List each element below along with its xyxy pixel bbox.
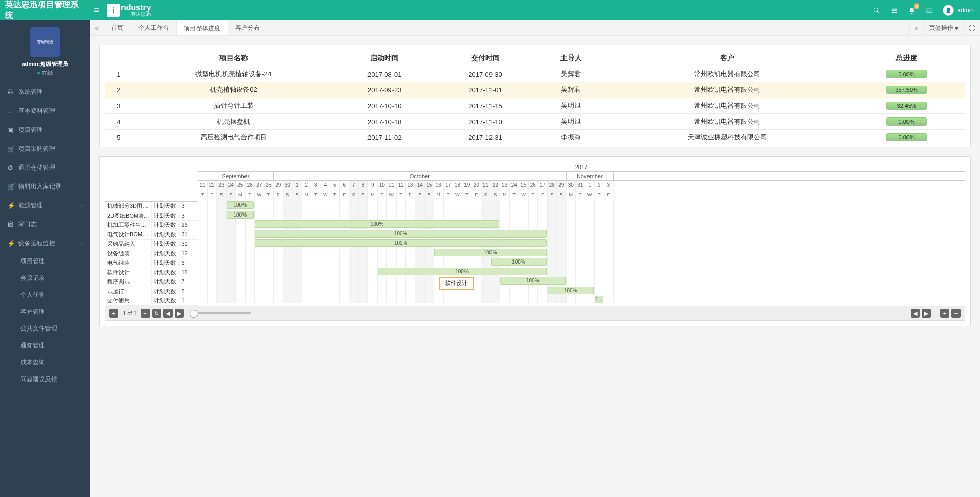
logo: i ndustry 英达思迅 <box>107 4 151 17</box>
avatar: 👤 <box>943 5 954 16</box>
top-header: 英达思迅项目管理系统 ≡ i ndustry 英达思迅 0 👤 admin <box>0 0 980 20</box>
list-icon[interactable] <box>891 6 898 14</box>
app-title: 英达思迅项目管理系统 <box>0 0 89 20</box>
menu-toggle-button[interactable]: ≡ <box>89 6 104 15</box>
mail-icon[interactable] <box>925 6 933 14</box>
bell-icon[interactable]: 0 <box>908 6 915 14</box>
user-menu[interactable]: 👤 admin <box>943 5 974 16</box>
search-icon[interactable] <box>873 6 880 14</box>
